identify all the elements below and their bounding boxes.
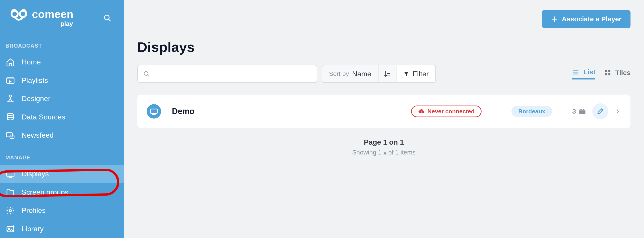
sidebar-item-label: Playlists bbox=[22, 76, 48, 85]
library-icon bbox=[6, 224, 15, 234]
sidebar-item-datasources[interactable]: Data Sources bbox=[0, 108, 124, 126]
sidebar-item-profiles[interactable]: Profiles bbox=[0, 201, 124, 220]
pencil-icon bbox=[596, 108, 604, 115]
tiles-icon bbox=[604, 69, 611, 76]
folder-icon bbox=[6, 187, 15, 197]
filter-icon bbox=[403, 71, 410, 77]
svg-rect-18 bbox=[421, 111, 421, 112]
svg-point-9 bbox=[9, 210, 12, 212]
view-tabs: List Tiles bbox=[572, 68, 630, 80]
svg-rect-19 bbox=[421, 112, 421, 113]
brand-text: comeen play bbox=[32, 9, 73, 27]
designer-icon bbox=[6, 94, 15, 104]
sidebar-item-label: Displays bbox=[22, 170, 49, 178]
sidebar-item-label: Home bbox=[22, 58, 41, 66]
sidebar-item-displays[interactable]: Displays bbox=[0, 165, 124, 183]
brand[interactable]: comeen play bbox=[9, 9, 73, 27]
main: Associate a Player Displays Sort by Name… bbox=[124, 0, 644, 238]
sort-value: Name bbox=[352, 70, 371, 78]
view-tab-tiles[interactable]: Tiles bbox=[604, 68, 630, 80]
location-tag[interactable]: Bordeaux bbox=[512, 106, 552, 117]
sort-filter-group: Sort by Name Filter bbox=[322, 65, 436, 83]
gear-icon bbox=[6, 206, 15, 216]
clapboard-icon bbox=[578, 107, 586, 116]
database-icon bbox=[6, 112, 15, 122]
associate-player-label: Associate a Player bbox=[562, 15, 622, 23]
list-icon bbox=[572, 68, 580, 76]
playlists-icon bbox=[6, 75, 15, 85]
sidebar-item-library[interactable]: Library bbox=[0, 220, 124, 238]
view-tab-label: Tiles bbox=[615, 69, 630, 77]
sidebar-item-designer[interactable]: Designer bbox=[0, 90, 124, 108]
filter-button[interactable]: Filter bbox=[396, 65, 436, 82]
sidebar-item-label: Designer bbox=[22, 95, 50, 103]
brand-name: comeen bbox=[32, 9, 73, 20]
display-search-box[interactable] bbox=[137, 65, 317, 83]
global-search-button[interactable] bbox=[102, 13, 112, 23]
sort-direction-button[interactable] bbox=[378, 65, 396, 82]
display-row-name: Demo bbox=[172, 107, 194, 116]
svg-rect-14 bbox=[608, 70, 610, 72]
chevron-right-icon[interactable] bbox=[614, 108, 621, 115]
associate-player-button[interactable]: Associate a Player bbox=[542, 10, 630, 28]
sidebar-item-home[interactable]: Home bbox=[0, 53, 124, 71]
view-tab-label: List bbox=[584, 68, 596, 76]
svg-rect-8 bbox=[6, 171, 14, 176]
pagination: Page 1 on 1 Showing 1 ▴ of 1 items bbox=[137, 138, 630, 156]
newsfeed-icon bbox=[6, 130, 15, 140]
controls-row: Sort by Name Filter List Tiles bbox=[137, 65, 630, 83]
status-text: Never connected bbox=[428, 108, 475, 115]
sidebar-item-label: Newsfeed bbox=[22, 131, 54, 139]
svg-rect-15 bbox=[605, 73, 607, 75]
status-badge-never-connected: Never connected bbox=[411, 106, 482, 117]
sort-field-button[interactable]: Sort by Name bbox=[322, 65, 378, 82]
edit-button[interactable] bbox=[592, 103, 608, 119]
svg-point-5 bbox=[8, 113, 14, 116]
display-row[interactable]: Demo Never connected Bordeaux 3 bbox=[137, 95, 630, 128]
svg-rect-16 bbox=[608, 73, 610, 75]
sidebar-item-label: Screen groups bbox=[22, 188, 68, 197]
display-row-icon bbox=[147, 104, 161, 119]
playlist-count: 3 bbox=[572, 107, 586, 116]
sidebar-item-newsfeed[interactable]: Newsfeed bbox=[0, 126, 124, 145]
search-icon bbox=[143, 71, 150, 77]
page-title: Displays bbox=[137, 39, 630, 55]
pagination-count-link[interactable]: 1 bbox=[378, 149, 382, 156]
sidebar-item-playlists[interactable]: Playlists bbox=[0, 71, 124, 90]
brand-sub: play bbox=[32, 21, 73, 27]
home-icon bbox=[6, 57, 15, 67]
display-icon bbox=[6, 169, 15, 179]
plus-icon bbox=[551, 16, 558, 22]
view-tab-list[interactable]: List bbox=[572, 68, 596, 80]
brand-row: comeen play bbox=[0, 9, 124, 27]
cloud-alert-icon bbox=[418, 108, 424, 115]
pagination-page: Page 1 on 1 bbox=[137, 138, 630, 146]
sort-prefix: Sort by bbox=[329, 70, 349, 77]
svg-rect-17 bbox=[150, 109, 157, 114]
count-value: 3 bbox=[572, 108, 576, 115]
sidebar-item-screengroups[interactable]: Screen groups bbox=[0, 183, 124, 201]
filter-label: Filter bbox=[413, 70, 429, 78]
sidebar-item-label: Library bbox=[22, 225, 44, 233]
location-tag-label: Bordeaux bbox=[518, 108, 545, 115]
pagination-showing: Showing 1 ▴ of 1 items bbox=[137, 149, 630, 156]
sidebar-item-label: Profiles bbox=[22, 206, 46, 215]
svg-rect-13 bbox=[605, 70, 607, 72]
section-label-manage: Manage bbox=[0, 154, 124, 165]
brand-logo-icon bbox=[9, 9, 29, 25]
topbar: Associate a Player bbox=[137, 10, 630, 28]
section-label-broadcast: Broadcast bbox=[0, 43, 124, 53]
sidebar: comeen play Broadcast Home Playlists Des… bbox=[0, 0, 124, 238]
sidebar-item-label: Data Sources bbox=[22, 113, 65, 121]
display-search-input[interactable] bbox=[154, 70, 312, 78]
sort-asc-icon bbox=[384, 70, 391, 78]
svg-rect-10 bbox=[7, 227, 14, 232]
